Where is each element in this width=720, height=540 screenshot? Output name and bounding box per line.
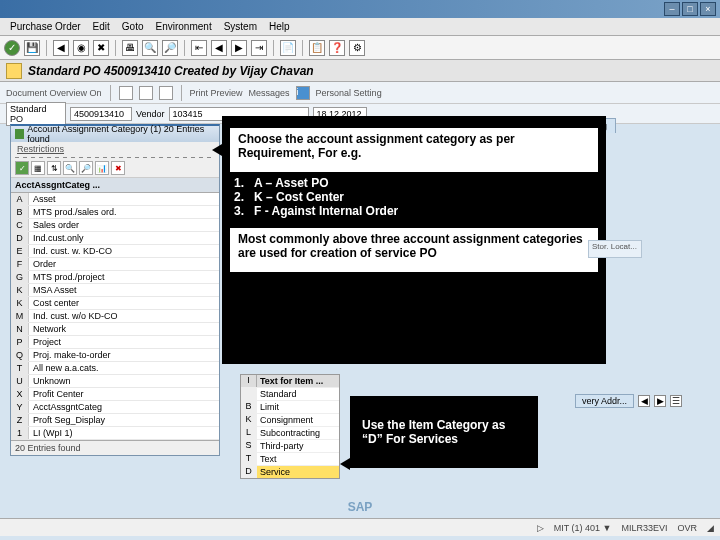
popup-filter-button[interactable]: ▦	[31, 161, 45, 175]
itemcat-header-code: I	[241, 375, 257, 387]
item-category-row[interactable]: TText	[241, 452, 339, 465]
acct-category-row[interactable]: BMTS prod./sales ord.	[11, 206, 219, 219]
acct-category-grid: AcctAssgntCateg ... AAssetBMTS prod./sal…	[11, 178, 219, 455]
acct-assignment-popup: Account Assignment Category (1) 20 Entri…	[10, 124, 220, 456]
acct-category-row[interactable]: TAll new a.a.cats.	[11, 362, 219, 375]
find-next-icon[interactable]: 🔎	[162, 40, 178, 56]
back-button[interactable]: ◀	[53, 40, 69, 56]
item-category-row[interactable]: LSubcontracting	[241, 426, 339, 439]
first-page-icon[interactable]: ⇤	[191, 40, 207, 56]
popup-titlebar: Account Assignment Category (1) 20 Entri…	[11, 126, 219, 142]
acct-category-row[interactable]: UUnknown	[11, 375, 219, 388]
status-resize-icon: ◢	[707, 523, 714, 533]
menu-purchase-order[interactable]: Purchase Order	[6, 21, 85, 32]
close-window-button[interactable]: ×	[700, 2, 716, 16]
tab-next-button[interactable]: ▶	[654, 395, 666, 407]
tab-prev-button[interactable]: ◀	[638, 395, 650, 407]
help-icon[interactable]: ❓	[329, 40, 345, 56]
create-doc-button[interactable]	[119, 86, 133, 100]
settings-icon[interactable]: ⚙	[349, 40, 365, 56]
vendor-label: Vendor	[136, 109, 165, 119]
restrictions-link[interactable]: Restrictions	[11, 142, 219, 156]
popup-layout-button[interactable]: 📊	[95, 161, 109, 175]
overview-icon[interactable]: 📋	[309, 40, 325, 56]
messages-button[interactable]: Messages	[249, 88, 290, 98]
titlebar: – □ ×	[0, 0, 720, 18]
print-preview-button[interactable]: Print Preview	[190, 88, 243, 98]
status-triangle-icon: ▷	[537, 523, 544, 533]
item-category-row[interactable]: KConsignment	[241, 413, 339, 426]
item-category-row[interactable]: SThird-party	[241, 439, 339, 452]
acct-category-row[interactable]: YAcctAssgntCateg	[11, 401, 219, 414]
acct-category-row[interactable]: EInd. cust. w. KD-CO	[11, 245, 219, 258]
sap-logo: SAP	[348, 500, 373, 514]
acct-category-row[interactable]: 1LI (WpI 1)	[11, 427, 219, 440]
acct-category-row[interactable]: XProfit Center	[11, 388, 219, 401]
acct-category-row[interactable]: GMTS prod./project	[11, 271, 219, 284]
acct-category-row[interactable]: QProj. make-to-order	[11, 349, 219, 362]
cancel-button[interactable]: ✖	[93, 40, 109, 56]
document-icon	[6, 63, 22, 79]
personal-setting-button[interactable]: Personal Setting	[316, 88, 382, 98]
prev-page-icon[interactable]: ◀	[211, 40, 227, 56]
item-category-row[interactable]: BLimit	[241, 400, 339, 413]
acct-category-row[interactable]: KMSA Asset	[11, 284, 219, 297]
po-type-dropdown[interactable]: Standard PO	[6, 102, 66, 126]
acct-category-row[interactable]: PProject	[11, 336, 219, 349]
enter-button[interactable]: ✓	[4, 40, 20, 56]
menu-goto[interactable]: Goto	[118, 21, 148, 32]
acct-category-row[interactable]: NNetwork	[11, 323, 219, 336]
acct-category-row[interactable]: KCost center	[11, 297, 219, 310]
menu-edit[interactable]: Edit	[89, 21, 114, 32]
tab-list-button[interactable]: ☰	[670, 395, 682, 407]
save-button[interactable]: 💾	[24, 40, 40, 56]
doc-overview-button[interactable]: Document Overview On	[6, 88, 102, 98]
print-icon[interactable]: 🖶	[122, 40, 138, 56]
menubar: Purchase Order Edit Goto Environment Sys…	[0, 18, 720, 36]
main-toolbar: ✓ 💾 ◀ ◉ ✖ 🖶 🔍 🔎 ⇤ ◀ ▶ ⇥ 📄 📋 ❓ ⚙	[0, 36, 720, 60]
delivery-address-tab[interactable]: very Addr...	[575, 394, 634, 408]
menu-help[interactable]: Help	[265, 21, 294, 32]
find-icon[interactable]: 🔍	[142, 40, 158, 56]
minimize-button[interactable]: –	[664, 2, 680, 16]
acct-category-row[interactable]: DInd.cust.only	[11, 232, 219, 245]
grid-footer: 20 Entries found	[11, 440, 219, 455]
status-system: MIT (1) 401 ▼	[554, 523, 612, 533]
popup-search-button[interactable]: 🔍	[63, 161, 77, 175]
acct-category-row[interactable]: FOrder	[11, 258, 219, 271]
storage-location-column: Stor. Locat...	[588, 240, 642, 258]
document-title-bar: Standard PO 4500913410 Created by Vijay …	[0, 60, 720, 82]
change-doc-button[interactable]	[139, 86, 153, 100]
last-page-icon[interactable]: ⇥	[251, 40, 267, 56]
item-category-table: I Text for Item ... StandardBLimitKConsi…	[240, 374, 340, 479]
item-category-row[interactable]: DService	[241, 465, 339, 478]
acct-category-row[interactable]: AAsset	[11, 193, 219, 206]
item-category-row[interactable]: Standard	[241, 387, 339, 400]
itemcat-header-text: Text for Item ...	[257, 375, 339, 387]
display-doc-button[interactable]	[159, 86, 173, 100]
info-icon[interactable]: i	[296, 86, 310, 100]
annotation-bottom-text: Use the Item Category as “D” For Service…	[362, 418, 526, 446]
status-server: MILR33EVI	[621, 523, 667, 533]
acct-category-row[interactable]: CSales order	[11, 219, 219, 232]
popup-sort-button[interactable]: ⇅	[47, 161, 61, 175]
acct-category-row[interactable]: ZProft Seg_Display	[11, 414, 219, 427]
popup-search2-button[interactable]: 🔎	[79, 161, 93, 175]
acct-category-row[interactable]: MInd. cust. w/o KD-CO	[11, 310, 219, 323]
annotation-list: 1.A – Asset PO2.K – Cost Center3.F - Aga…	[234, 176, 594, 218]
maximize-button[interactable]: □	[682, 2, 698, 16]
sub-toolbar: Document Overview On Print Preview Messa…	[0, 82, 720, 104]
po-number-field[interactable]: 4500913410	[70, 107, 132, 121]
next-page-icon[interactable]: ▶	[231, 40, 247, 56]
status-mode: OVR	[677, 523, 697, 533]
menu-system[interactable]: System	[220, 21, 261, 32]
popup-check-button[interactable]: ✓	[15, 161, 29, 175]
annotation-foot: Most commonly above three account assign…	[238, 232, 590, 260]
popup-close-button[interactable]: ✖	[111, 161, 125, 175]
statusbar: ▷ MIT (1) 401 ▼ MILR33EVI OVR ◢	[0, 518, 720, 536]
menu-environment[interactable]: Environment	[152, 21, 216, 32]
exit-button[interactable]: ◉	[73, 40, 89, 56]
create-icon[interactable]: 📄	[280, 40, 296, 56]
grid-header: AcctAssgntCateg ...	[11, 178, 219, 193]
popup-icon	[15, 129, 24, 139]
